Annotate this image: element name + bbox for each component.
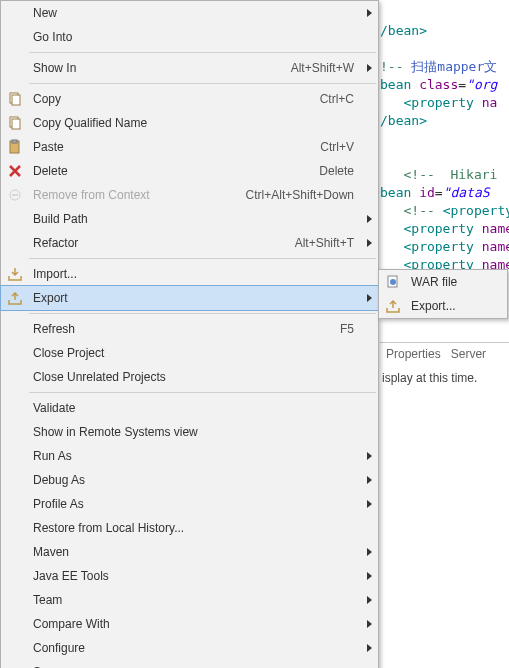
menu-label: Compare With: [29, 617, 358, 631]
menu-label: Configure: [29, 641, 358, 655]
svg-point-8: [390, 279, 396, 285]
menu-restore-history[interactable]: Restore from Local History...: [1, 516, 378, 540]
svg-rect-3: [12, 119, 20, 129]
menu-refactor[interactable]: Refactor Alt+Shift+T: [1, 231, 378, 255]
status-message: isplay at this time.: [382, 371, 477, 385]
menu-build-path[interactable]: Build Path: [1, 207, 378, 231]
submenu-arrow-icon: [367, 644, 372, 652]
menu-show-remote[interactable]: Show in Remote Systems view: [1, 420, 378, 444]
menu-label: Java EE Tools: [29, 569, 358, 583]
svg-rect-5: [12, 140, 17, 143]
menu-label: Close Project: [29, 346, 358, 360]
menu-accel: Alt+Shift+T: [295, 236, 358, 250]
menu-source[interactable]: Source: [1, 660, 378, 668]
submenu-arrow-icon: [367, 9, 372, 17]
menu-label: Copy: [29, 92, 320, 106]
menu-label: Refactor: [29, 236, 295, 250]
menu-accel: Delete: [319, 164, 358, 178]
menu-label: Show In: [29, 61, 291, 75]
submenu-export[interactable]: Export...: [379, 294, 507, 318]
menu-label: New: [29, 6, 358, 20]
copy-icon: [1, 91, 29, 107]
menu-accel: Ctrl+V: [320, 140, 358, 154]
submenu-arrow-icon: [367, 476, 372, 484]
submenu-arrow-icon: [367, 215, 372, 223]
menu-copy[interactable]: Copy Ctrl+C: [1, 87, 378, 111]
submenu-arrow-icon: [367, 620, 372, 628]
submenu-arrow-icon: [367, 572, 372, 580]
bottom-tabs: Properties Server isplay at this time.: [380, 342, 509, 365]
menu-label: Show in Remote Systems view: [29, 425, 358, 439]
svg-rect-1: [12, 95, 20, 105]
submenu-arrow-icon: [367, 548, 372, 556]
submenu-arrow-icon: [367, 596, 372, 604]
menu-separator: [29, 313, 376, 314]
war-file-icon: [379, 274, 407, 290]
menu-debug-as[interactable]: Debug As: [1, 468, 378, 492]
menu-separator: [29, 52, 376, 53]
export-submenu: WAR file Export...: [378, 269, 508, 319]
import-icon: [1, 266, 29, 282]
menu-accel: F5: [340, 322, 358, 336]
menu-label: Validate: [29, 401, 358, 415]
menu-export[interactable]: Export: [1, 286, 378, 310]
submenu-label: Export...: [407, 299, 497, 313]
menu-run-as[interactable]: Run As: [1, 444, 378, 468]
menu-delete[interactable]: Delete Delete: [1, 159, 378, 183]
export-icon: [1, 290, 29, 306]
remove-context-icon: [1, 187, 29, 203]
menu-close-project[interactable]: Close Project: [1, 341, 378, 365]
menu-import[interactable]: Import...: [1, 262, 378, 286]
menu-accel: Alt+Shift+W: [291, 61, 358, 75]
menu-go-into[interactable]: Go Into: [1, 25, 378, 49]
menu-accel: Ctrl+C: [320, 92, 358, 106]
menu-label: Delete: [29, 164, 319, 178]
menu-copy-qualified-name[interactable]: Copy Qualified Name: [1, 111, 378, 135]
menu-label: Paste: [29, 140, 320, 154]
menu-label: Export: [29, 291, 358, 305]
menu-remove-from-context: Remove from Context Ctrl+Alt+Shift+Down: [1, 183, 378, 207]
paste-icon: [1, 139, 29, 155]
menu-label: Remove from Context: [29, 188, 246, 202]
menu-separator: [29, 83, 376, 84]
tab-properties[interactable]: Properties: [386, 347, 441, 361]
menu-compare-with[interactable]: Compare With: [1, 612, 378, 636]
menu-profile-as[interactable]: Profile As: [1, 492, 378, 516]
menu-label: Go Into: [29, 30, 358, 44]
menu-label: Profile As: [29, 497, 358, 511]
delete-icon: [1, 163, 29, 179]
menu-refresh[interactable]: Refresh F5: [1, 317, 378, 341]
submenu-arrow-icon: [367, 500, 372, 508]
menu-show-in[interactable]: Show In Alt+Shift+W: [1, 56, 378, 80]
menu-label: Debug As: [29, 473, 358, 487]
menu-label: Maven: [29, 545, 358, 559]
copy-qn-icon: [1, 115, 29, 131]
menu-team[interactable]: Team: [1, 588, 378, 612]
export-icon: [379, 298, 407, 314]
submenu-arrow-icon: [367, 294, 372, 302]
menu-separator: [29, 258, 376, 259]
menu-configure[interactable]: Configure: [1, 636, 378, 660]
submenu-war-file[interactable]: WAR file: [379, 270, 507, 294]
menu-maven[interactable]: Maven: [1, 540, 378, 564]
menu-validate[interactable]: Validate: [1, 396, 378, 420]
context-menu: New Go Into Show In Alt+Shift+W Copy Ctr…: [0, 0, 379, 668]
menu-label: Run As: [29, 449, 358, 463]
menu-label: Build Path: [29, 212, 358, 226]
submenu-arrow-icon: [367, 452, 372, 460]
menu-label: Restore from Local History...: [29, 521, 358, 535]
submenu-label: WAR file: [407, 275, 497, 289]
submenu-arrow-icon: [367, 239, 372, 247]
menu-label: Refresh: [29, 322, 340, 336]
menu-new[interactable]: New: [1, 1, 378, 25]
menu-accel: Ctrl+Alt+Shift+Down: [246, 188, 358, 202]
menu-javaee-tools[interactable]: Java EE Tools: [1, 564, 378, 588]
menu-separator: [29, 392, 376, 393]
submenu-arrow-icon: [367, 64, 372, 72]
menu-label: Close Unrelated Projects: [29, 370, 358, 384]
menu-label: Import...: [29, 267, 358, 281]
tab-servers[interactable]: Server: [451, 347, 486, 361]
menu-label: Copy Qualified Name: [29, 116, 358, 130]
menu-paste[interactable]: Paste Ctrl+V: [1, 135, 378, 159]
menu-close-unrelated[interactable]: Close Unrelated Projects: [1, 365, 378, 389]
